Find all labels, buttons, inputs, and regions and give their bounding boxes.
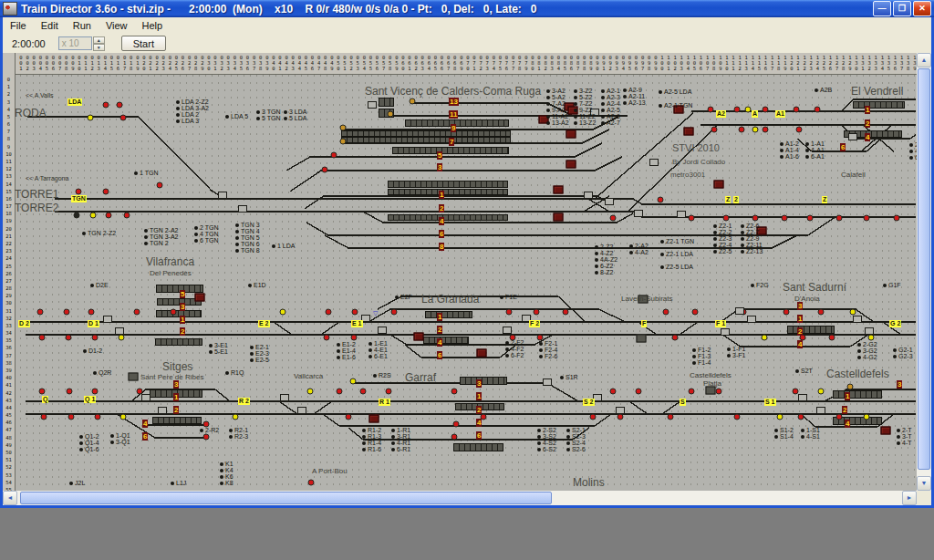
track-diagram-layer[interactable]: 0 0 10 0 20 0 30 0 40 0 50 0 60 0 70 0 8… xyxy=(0,0,917,491)
menu-run[interactable]: Run xyxy=(66,20,99,31)
signal-icon[interactable] xyxy=(103,189,109,195)
signal-icon[interactable] xyxy=(636,389,642,395)
signal-icon[interactable] xyxy=(388,111,394,118)
switch-icon[interactable] xyxy=(141,394,150,401)
train-tag[interactable]: D 2 xyxy=(18,320,30,327)
switch-icon[interactable] xyxy=(798,394,807,401)
signal-icon[interactable] xyxy=(689,215,695,222)
vertical-scrollbar[interactable]: ▲ ▼ xyxy=(917,53,931,491)
track-segment[interactable] xyxy=(314,401,332,414)
track-segment[interactable] xyxy=(628,126,717,212)
signal-icon[interactable] xyxy=(120,414,127,420)
track-segment[interactable] xyxy=(662,401,680,414)
switch-icon[interactable] xyxy=(368,101,377,109)
signal-icon[interactable] xyxy=(322,167,328,173)
signal-icon[interactable] xyxy=(745,107,752,113)
signal-icon[interactable] xyxy=(590,414,597,420)
signal-icon[interactable] xyxy=(64,309,70,316)
switch-icon[interactable] xyxy=(853,316,862,323)
track-segment[interactable] xyxy=(286,157,310,171)
switch-icon[interactable] xyxy=(747,316,756,323)
track-segment[interactable] xyxy=(290,171,321,192)
train-tag[interactable]: A xyxy=(752,110,758,118)
switch-icon[interactable] xyxy=(721,328,730,336)
signal-icon[interactable] xyxy=(453,421,460,428)
signal-icon[interactable] xyxy=(88,115,94,121)
track-segment[interactable] xyxy=(680,322,698,335)
signal-icon[interactable] xyxy=(762,335,768,341)
track-segment[interactable] xyxy=(274,322,292,335)
signal-icon[interactable] xyxy=(708,107,714,113)
signal-icon[interactable] xyxy=(41,414,47,420)
signal-icon[interactable] xyxy=(850,309,856,316)
minimize-button[interactable]: — xyxy=(873,1,891,16)
signal-icon[interactable] xyxy=(117,102,123,109)
track-segment[interactable] xyxy=(306,223,328,235)
track-segment[interactable] xyxy=(629,401,648,414)
switch-icon[interactable] xyxy=(848,133,857,140)
signal-icon[interactable] xyxy=(307,389,314,395)
signal-icon[interactable] xyxy=(815,107,821,113)
signal-icon[interactable] xyxy=(39,389,46,395)
scroll-right-icon[interactable]: ► xyxy=(902,491,917,505)
signal-icon[interactable] xyxy=(331,152,337,159)
switch-icon[interactable] xyxy=(218,192,227,199)
signal-icon[interactable] xyxy=(672,335,679,341)
signal-icon[interactable] xyxy=(752,215,759,222)
signal-icon[interactable] xyxy=(798,414,804,420)
signal-icon[interactable] xyxy=(782,215,788,222)
spin-up-icon[interactable]: ▲ xyxy=(93,36,105,44)
track-segment[interactable] xyxy=(405,345,516,358)
track-segment[interactable] xyxy=(325,235,348,248)
signal-icon[interactable] xyxy=(308,480,315,486)
switch-icon[interactable] xyxy=(238,205,247,213)
start-button[interactable]: Start xyxy=(121,36,166,51)
spin-down-icon[interactable]: ▼ xyxy=(93,44,105,51)
signal-icon[interactable] xyxy=(76,189,82,195)
signal-icon[interactable] xyxy=(346,414,352,420)
signal-icon[interactable] xyxy=(119,335,125,341)
signal-icon[interactable] xyxy=(734,414,741,420)
signal-icon[interactable] xyxy=(203,434,210,441)
switch-icon[interactable] xyxy=(605,198,614,205)
train-tag[interactable]: E 1 xyxy=(351,320,363,327)
train-tag[interactable]: A2 xyxy=(716,110,726,118)
signal-icon[interactable] xyxy=(723,215,730,222)
train-tag[interactable]: E 2 xyxy=(258,320,270,327)
train-tag[interactable]: F xyxy=(641,320,647,327)
track-segment[interactable] xyxy=(368,309,626,322)
train-tag[interactable]: R 2 xyxy=(238,398,250,405)
signal-icon[interactable] xyxy=(360,389,367,395)
signal-icon[interactable] xyxy=(658,197,664,203)
signal-icon[interactable] xyxy=(233,414,239,420)
switch-icon[interactable] xyxy=(280,394,289,401)
signal-icon[interactable] xyxy=(610,215,617,222)
signal-icon[interactable] xyxy=(171,309,177,316)
signal-icon[interactable] xyxy=(734,107,741,113)
signal-icon[interactable] xyxy=(763,107,769,113)
signal-icon[interactable] xyxy=(894,215,900,222)
signal-icon[interactable] xyxy=(106,213,112,219)
signal-icon[interactable] xyxy=(692,309,699,316)
signal-icon[interactable] xyxy=(668,414,674,420)
vertical-scrollbar-thumb[interactable] xyxy=(918,68,930,470)
track-segment[interactable] xyxy=(55,199,916,204)
horizontal-scrollbar[interactable]: ◄ ► xyxy=(3,491,917,505)
signal-icon[interactable] xyxy=(39,335,46,341)
switch-icon[interactable] xyxy=(115,327,124,335)
signal-icon[interactable] xyxy=(534,309,540,316)
signal-icon[interactable] xyxy=(777,414,784,420)
train-tag[interactable]: S 1 xyxy=(764,399,776,406)
signal-icon[interactable] xyxy=(506,309,513,316)
track-segment[interactable] xyxy=(279,401,297,414)
signal-icon[interactable] xyxy=(451,434,458,441)
signal-icon[interactable] xyxy=(88,309,95,316)
signal-icon[interactable] xyxy=(451,389,458,395)
signal-icon[interactable] xyxy=(807,215,814,222)
titlebar[interactable]: Train Director 3.6o - stvi.zip - 2:00:00… xyxy=(0,0,934,17)
signal-icon[interactable] xyxy=(326,309,332,316)
signal-icon[interactable] xyxy=(796,127,803,133)
signal-icon[interactable] xyxy=(95,414,101,420)
train-tag[interactable]: D 1 xyxy=(88,320,99,327)
signal-icon[interactable] xyxy=(124,213,130,219)
